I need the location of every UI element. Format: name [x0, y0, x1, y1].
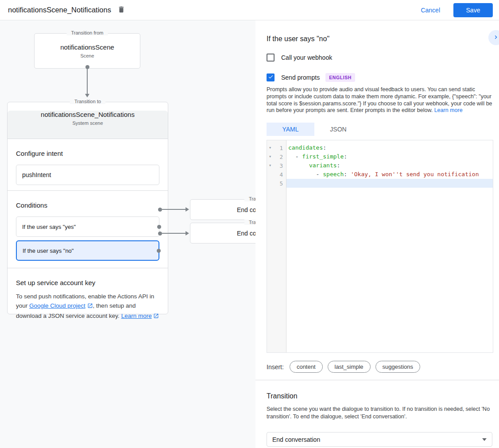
condition-label: If the user says "yes" [22, 224, 76, 230]
line-number: 3 [273, 162, 286, 169]
transition-dropdown[interactable]: End conversation [267, 432, 492, 447]
scene-editor-page: notificationsScene_Notifications Cancel … [0, 0, 499, 448]
external-link-icon[interactable] [153, 312, 159, 321]
code-line[interactable] [286, 179, 493, 188]
insert-label: Insert: [267, 363, 284, 371]
prompts-checkbox-row: Send prompts ENGLISH [267, 73, 493, 82]
webhook-checkbox-label: Call your webhook [281, 54, 332, 61]
conditions-section: Conditions If the user says "yes" If the… [8, 190, 168, 268]
fold-arrow-icon[interactable]: ▼ [267, 155, 273, 158]
end-conversation-node[interactable]: Transition to End conversation [190, 223, 255, 243]
scene-name: notificationsScene_Notifications [8, 111, 168, 118]
transition-description: Select the scene you want the dialogue t… [267, 406, 495, 421]
insert-chips: contentlast_simplesuggestions [290, 361, 425, 373]
panel-title: If the user says "no" [267, 35, 493, 43]
prompt-code-editor[interactable]: ▼1▼2▼345 candidates: - first_simple: var… [267, 140, 493, 353]
insert-chip-last_simple[interactable]: last_simple [328, 361, 371, 373]
connector-line [162, 233, 186, 234]
transition-to-legend: Transition to [70, 99, 105, 104]
transition-from-legend: Transition from [67, 30, 108, 35]
condition-item-no[interactable]: If the user says "no" [16, 240, 159, 261]
line-number: 5 [273, 180, 286, 187]
checkmark-icon [268, 73, 274, 81]
gutter-line[interactable]: ▼1 [267, 143, 286, 152]
webhook-checkbox[interactable] [267, 54, 275, 62]
service-account-text: To send push notifications, enable the A… [16, 292, 159, 321]
connector-dot [158, 232, 162, 236]
connector-line [162, 209, 186, 210]
delete-scene-button[interactable] [117, 5, 125, 15]
language-badge: ENGLISH [325, 73, 355, 82]
tab-json[interactable]: JSON [314, 123, 362, 136]
code-line[interactable]: - first_simple: [286, 152, 493, 161]
condition-label: If the user says "no" [23, 247, 73, 254]
line-number: 2 [273, 154, 286, 160]
configure-intent-heading: Configure intent [16, 139, 159, 157]
transition-heading: Transition [267, 392, 493, 400]
dropdown-caret-icon [482, 438, 487, 441]
top-bar: notificationsScene_Notifications Cancel … [0, 0, 499, 20]
connector-arrowhead-icon [85, 94, 89, 97]
end-node-label: End conversation [237, 230, 255, 237]
scene-type: System scene [8, 120, 168, 126]
scene-card: Transition to notificationsScene_Notific… [7, 102, 168, 314]
prompts-checkbox-label: Send prompts [281, 74, 320, 81]
configure-intent-section: Configure intent pushIntent [8, 139, 168, 190]
line-number: 1 [273, 145, 286, 151]
prompts-description: Prompts allow you to provide audio and v… [267, 86, 495, 114]
fold-arrow-icon[interactable]: ▼ [267, 146, 273, 150]
end-node-legend: Transition to [244, 196, 255, 201]
code-line[interactable]: candidates: [286, 143, 493, 152]
scene-card-header: notificationsScene_Notifications System … [8, 111, 168, 139]
intent-item[interactable]: pushIntent [16, 165, 159, 185]
learn-more-link[interactable]: Learn more [434, 107, 463, 113]
code-lines[interactable]: candidates: - first_simple: variants: - … [286, 140, 493, 352]
condition-item-yes[interactable]: If the user says "yes" [16, 216, 159, 237]
end-conversation-node[interactable]: Transition to End conversation [190, 199, 255, 220]
from-scene-name: notificationsScene [35, 43, 140, 51]
conditions-heading: Conditions [16, 191, 159, 209]
condition-detail-panel: If the user says "no" Call your webhook … [255, 20, 499, 448]
insert-row: Insert: contentlast_simplesuggestions [267, 361, 493, 373]
google-cloud-project-link[interactable]: Google Cloud project [29, 302, 85, 309]
service-account-section: Set up service account key To send push … [8, 268, 168, 330]
insert-chip-content[interactable]: content [290, 361, 323, 373]
connector-line [87, 69, 88, 94]
code-line[interactable]: - speech: 'Okay, I won''t send you notif… [286, 170, 493, 179]
trash-icon [117, 5, 125, 15]
scene-flow-canvas: Transition from notificationsScene Scene… [0, 20, 255, 448]
gutter-line: 4 [267, 170, 286, 179]
page-title: notificationsScene_Notifications [8, 6, 111, 14]
transition-dropdown-value: End conversation [272, 436, 320, 443]
cancel-button[interactable]: Cancel [421, 7, 440, 14]
condition-connector-dot [157, 225, 161, 229]
intent-name: pushIntent [22, 171, 51, 178]
gutter-line[interactable]: ▼3 [267, 161, 286, 170]
learn-more-link[interactable]: Learn more [121, 313, 152, 319]
end-node-label: End conversation [237, 206, 255, 213]
save-button[interactable]: Save [453, 3, 493, 17]
code-line[interactable]: variants: [286, 161, 493, 170]
condition-connector-dot [157, 249, 161, 253]
connector-arrowhead-icon [186, 207, 189, 212]
prompts-checkbox[interactable] [267, 73, 275, 81]
editor-gutter: ▼1▼2▼345 [267, 140, 286, 352]
end-node-legend: Transition to [244, 220, 255, 225]
editor-format-tabs: YAML JSON [267, 123, 493, 136]
insert-chip-suggestions[interactable]: suggestions [375, 361, 420, 373]
connector-arrowhead-icon [186, 231, 189, 236]
service-account-heading: Set up service account key [16, 268, 159, 286]
external-link-icon[interactable] [87, 302, 93, 311]
webhook-checkbox-row: Call your webhook [267, 54, 493, 62]
panel-divider [255, 380, 499, 380]
line-number: 4 [273, 171, 286, 178]
gutter-line[interactable]: ▼2 [267, 152, 286, 161]
chevron-right-icon [492, 34, 499, 42]
fold-arrow-icon[interactable]: ▼ [267, 164, 273, 167]
connector-dot [158, 208, 162, 212]
gutter-line: 5 [267, 179, 286, 188]
transition-from-node[interactable]: Transition from notificationsScene Scene [34, 33, 140, 69]
tab-yaml[interactable]: YAML [267, 123, 314, 136]
from-scene-type: Scene [35, 53, 140, 58]
